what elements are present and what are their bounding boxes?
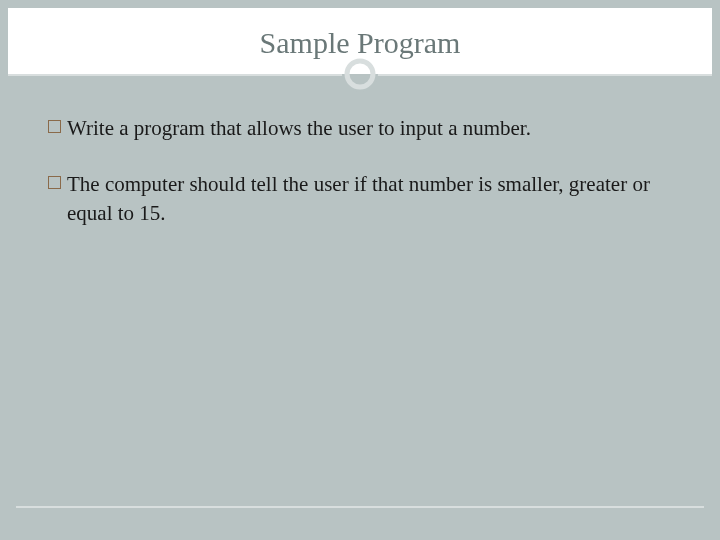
bullet-text: The computer should tell the user if tha… [67,170,672,227]
bullet-text: Write a program that allows the user to … [67,114,672,142]
slide: Sample Program Write a program that allo… [8,8,712,532]
divider-circle-icon [342,56,378,92]
bottom-rule [16,506,704,508]
slide-title: Sample Program [8,26,712,60]
square-bullet-icon [48,120,61,133]
square-bullet-icon [48,176,61,189]
list-item: Write a program that allows the user to … [48,114,672,142]
content-area: Write a program that allows the user to … [8,74,712,227]
list-item: The computer should tell the user if tha… [48,170,672,227]
